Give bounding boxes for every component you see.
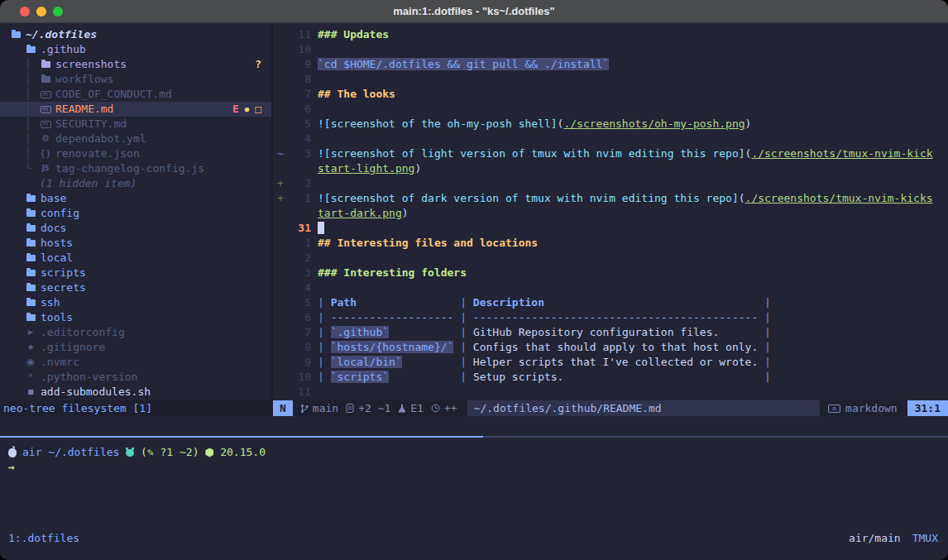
tmux-badge: TMUX (912, 531, 938, 546)
line-text: | `hosts/{hostname}/` | Configs that sho… (318, 340, 948, 355)
line-text: | `.github` | GitHub Repository configur… (318, 325, 948, 340)
tree-item-scripts[interactable]: scripts (0, 266, 271, 280)
line-number: 8 (286, 340, 311, 355)
editor-line[interactable]: 8 (273, 72, 948, 87)
line-text (318, 221, 948, 236)
prompt-path: ~/.dotfiles (48, 445, 119, 460)
tree-item-tag-changelog-config-js[interactable]: └JStag-changelog-config.js (0, 161, 271, 176)
tree-item-dotfiles[interactable]: ~/.dotfiles (0, 27, 271, 42)
editor-line[interactable]: +2 (273, 176, 948, 191)
md-icon: m (40, 91, 51, 98)
tree-item-local[interactable]: local (0, 251, 271, 266)
line-number: 5 (286, 295, 311, 310)
folder-icon (25, 210, 36, 217)
tree-item-screenshots[interactable]: │screenshots? (0, 57, 271, 72)
editor-line[interactable]: 11 (273, 385, 948, 400)
tree-item-tools[interactable]: tools (0, 310, 271, 325)
editor-line[interactable]: 2 (273, 251, 948, 266)
git-untracked-badge: ? (255, 57, 271, 72)
gutter-sign (273, 221, 286, 236)
zoom-button[interactable] (53, 7, 63, 17)
folder-icon (25, 255, 36, 261)
tree-item-label: tag-changelog-config.js (55, 161, 204, 176)
line-number: 31 (286, 221, 311, 236)
editor-line[interactable]: +1![screenshot of dark version of tmux w… (273, 191, 948, 206)
tree-item-renovate-json[interactable]: │{}renovate.json (0, 146, 271, 161)
editor-line[interactable]: 9`cd $HOME/.dotfiles && git pull && ./in… (273, 57, 948, 72)
tree-item-1-hidden-item[interactable]: (1 hidden item) (0, 176, 271, 191)
editor-line[interactable]: 11### Updates (273, 27, 948, 42)
editor-buffer[interactable]: 11### Updates109`cd $HOME/.dotfiles && g… (273, 23, 948, 400)
tree-item-python-version[interactable]: *.python-version (0, 370, 271, 385)
editor-line[interactable]: 5| Path | Description | (273, 295, 948, 310)
tree-item-config[interactable]: config (0, 206, 271, 221)
line-text (318, 251, 948, 266)
tmux-window-tab[interactable]: 1:.dotfiles (0, 531, 79, 546)
git-status-counts: ?1 ~2 (160, 445, 193, 460)
tree-item-base[interactable]: base (0, 191, 271, 206)
tree-item-dependabot-yml[interactable]: │⚙dependabot.yml (0, 132, 271, 146)
gutter-sign (273, 27, 286, 42)
node-version: 20.15.0 (220, 445, 266, 460)
close-button[interactable] (20, 7, 30, 17)
editor-line[interactable]: 10| `scripts` | Setup scripts. | (273, 370, 948, 385)
editor-line[interactable]: 9| `local/bin` | Helper scripts that I'v… (273, 355, 948, 370)
folder-icon (25, 270, 36, 276)
editor-line[interactable]: 5![screenshot of the oh-my-posh shell](.… (273, 117, 948, 132)
line-number: 2 (286, 176, 311, 191)
file-diff-icon (346, 404, 354, 413)
editor-line[interactable]: start-light.png) (273, 161, 948, 176)
tree-item-label: CODE_OF_CONDUCT.md (55, 87, 172, 102)
folder-icon (40, 76, 51, 83)
tree-item-security-md[interactable]: │mSECURITY.md (0, 117, 271, 132)
shell-pane[interactable]: air ~/.dotfiles (✎ ?1 ~2) 20.15.0 → (0, 438, 948, 529)
cursor-block (318, 222, 324, 234)
tree-item-code-of-conduct-md[interactable]: │mCODE_OF_CONDUCT.md (0, 87, 271, 102)
editor-pane[interactable]: 11### Updates109`cd $HOME/.dotfiles && g… (273, 23, 948, 416)
tree-item-readme-md[interactable]: │mREADME.mdE●□ (0, 102, 271, 117)
tree-item-editorconfig[interactable]: ▶.editorconfig (0, 325, 271, 340)
line-number: 9 (286, 57, 311, 72)
editor-line[interactable]: 8| `hosts/{hostname}/` | Configs that sh… (273, 340, 948, 355)
tree-item-hosts[interactable]: hosts (0, 236, 271, 251)
editor-line[interactable]: 6 (273, 102, 948, 117)
github-octocat-icon (126, 449, 134, 457)
editor-line[interactable]: 4 (273, 132, 948, 146)
pencil-icon: ✎ (147, 445, 160, 460)
editor-line[interactable]: 3### Interesting folders (273, 266, 948, 280)
tree-item-workflows[interactable]: │workflows (0, 72, 271, 87)
tree-item-ssh[interactable]: ssh (0, 295, 271, 310)
line-number: 5 (286, 117, 311, 132)
line-number: 6 (286, 102, 311, 117)
line-number: 10 (286, 370, 311, 385)
editor-line[interactable]: 7## The looks (273, 87, 948, 102)
editor-line[interactable]: 31 (273, 221, 948, 236)
tree-item-github[interactable]: .github (0, 42, 271, 57)
tree-item-gitignore[interactable]: ◆.gitignore (0, 340, 271, 355)
line-text: ### Interesting folders (318, 266, 948, 280)
line-text: tart-dark.png) (318, 206, 948, 221)
tmux-pane-border[interactable] (0, 436, 948, 438)
editor-line[interactable]: 4 (273, 280, 948, 295)
tree-item-secrets[interactable]: secrets (0, 280, 271, 295)
tree-item-label: docs (41, 221, 66, 236)
line-text: | ------------------- | ----------------… (318, 310, 948, 325)
command-line (0, 416, 948, 436)
tree-item-docs[interactable]: docs (0, 221, 271, 236)
prompt-input-line[interactable]: → (8, 460, 948, 475)
tree-item-add-submodules-sh[interactable]: ■add-submodules.sh (0, 385, 271, 400)
line-number: 3 (286, 146, 311, 161)
editor-line[interactable]: 1## Interesting files and locations (273, 236, 948, 251)
terminal-content: ~/.dotfiles.github│screenshots?│workflow… (0, 23, 948, 560)
minimize-button[interactable] (36, 7, 46, 17)
editor-line[interactable]: 7| `.github` | GitHub Repository configu… (273, 325, 948, 340)
editor-line[interactable]: 10 (273, 42, 948, 57)
editor-line[interactable]: tart-dark.png) (273, 206, 948, 221)
clock-icon (431, 404, 440, 413)
titlebar[interactable]: main:1:.dotfiles - "ks~/.dotfiles" (0, 0, 948, 23)
editor-line[interactable]: 6| ------------------- | ---------------… (273, 310, 948, 325)
tree-item-label: renovate.json (55, 146, 140, 161)
tree-item-nvmrc[interactable]: ◉.nvmrc (0, 355, 271, 370)
editor-line[interactable]: ~3![screenshot of light version of tmux … (273, 146, 948, 161)
gutter-sign (273, 266, 286, 280)
